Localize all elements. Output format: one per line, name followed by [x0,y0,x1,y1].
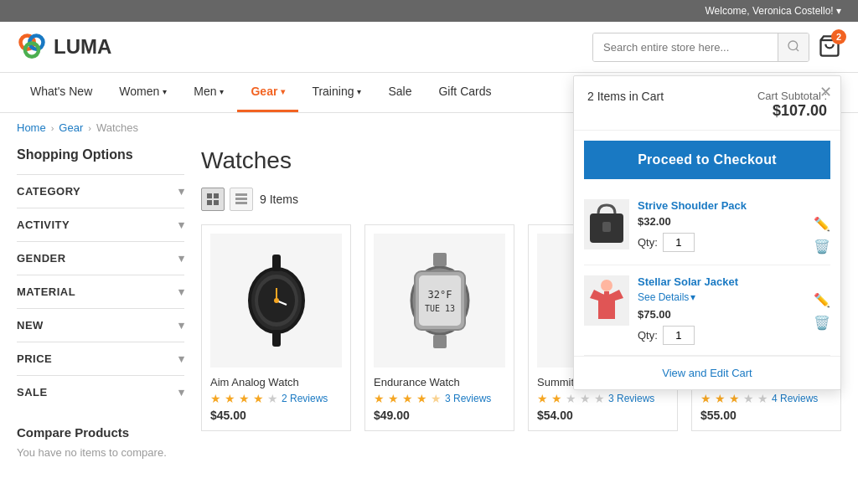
chevron-down-icon: ▾ [178,319,185,332]
svg-rect-9 [214,200,219,205]
reviews-link[interactable]: 2 Reviews [282,393,328,404]
nav-item-whats-new[interactable]: What's New [17,73,106,112]
list-view-button[interactable] [230,188,253,211]
cart-item-actions: ✏️ 🗑️ [814,292,830,331]
delete-cart-item-button[interactable]: 🗑️ [814,315,830,331]
cart-item-name[interactable]: Strive Shoulder Pack [638,199,805,212]
nav-item-gear[interactable]: Gear ▾ [237,73,298,112]
search-button[interactable] [778,33,809,61]
cart-item-qty: Qty: [638,233,805,252]
welcome-message[interactable]: Welcome, Veronica Costello! [705,5,833,17]
nav-item-men[interactable]: Men ▾ [180,73,237,112]
search-input[interactable] [593,33,778,61]
search-box [592,33,809,62]
top-bar: Welcome, Veronica Costello! ▾ [0,0,858,22]
cart-icon-wrap[interactable]: 2 [818,34,841,60]
product-card[interactable]: 32°F TUE 13 Endurance Watch ★ ★ ★ ★ ★ 3 … [364,224,514,431]
nav-item-gift-cards[interactable]: Gift Cards [425,73,504,112]
cart-dropdown: ✕ 2 Items in Cart Cart Subtotal : $107.0… [573,75,841,390]
nav-item-sale[interactable]: Sale [375,73,425,112]
star-icon: ★ [253,392,264,405]
chevron-down-icon: ▾ [178,352,185,365]
nav-item-women[interactable]: Women ▾ [106,73,180,112]
view-edit-cart-link[interactable]: View and Edit Cart [574,356,840,389]
qty-input[interactable] [663,233,695,252]
filter-label-material: MATERIAL [17,285,75,298]
reviews-link[interactable]: 3 Reviews [445,393,491,404]
cart-subtotal-amount: $107.00 [757,102,827,120]
filter-header-sale[interactable]: SALE ▾ [17,376,184,409]
breadcrumb-gear[interactable]: Gear [59,121,83,134]
topbar-chevron: ▾ [836,5,841,17]
filter-label-category: CATEGORY [17,185,80,198]
cart-item-name[interactable]: Stellar Solar Jacket [638,275,805,288]
star-icon: ★ [388,392,399,405]
filter-header-gender[interactable]: GENDER ▾ [17,242,184,275]
filter-gender: GENDER ▾ [17,241,184,275]
qty-label: Qty: [638,329,658,342]
svg-rect-11 [235,198,247,200]
svg-rect-27 [433,335,447,348]
product-image: 32°F TUE 13 [374,234,505,368]
star-icon: ★ [594,392,605,405]
reviews-link[interactable]: 3 Reviews [608,393,654,404]
edit-cart-item-button[interactable]: ✏️ [814,292,830,308]
product-stars: ★ ★ ★ ★ ★ 3 Reviews [537,392,669,405]
star-icon: ★ [239,392,250,405]
star-icon: ★ [225,392,235,405]
cart-close-button[interactable]: ✕ [819,83,832,101]
see-details-text: See Details [638,291,689,303]
cart-items-list: Strive Shoulder Pack $32.00 Qty: ✏️ 🗑️ [574,189,840,356]
chevron-down-icon: ▾ [178,285,185,298]
breadcrumb-home[interactable]: Home [17,121,46,134]
svg-rect-6 [207,193,212,198]
svg-rect-26 [433,253,447,266]
cart-item-details: Strive Shoulder Pack $32.00 Qty: [638,199,805,252]
edit-cart-item-button[interactable]: ✏️ [814,216,830,232]
svg-rect-44 [602,222,611,232]
product-price: $49.00 [374,409,505,422]
view-options: 9 Items [201,188,298,211]
star-icon: ★ [416,392,427,405]
star-icon: ★ [374,392,385,405]
svg-point-45 [601,280,612,291]
reviews-link[interactable]: 4 Reviews [772,393,818,404]
star-icon: ★ [551,392,562,405]
cart-item-qty: Qty: [638,326,805,345]
filter-category: CATEGORY ▾ [17,174,184,208]
delete-cart-item-button[interactable]: 🗑️ [814,239,830,255]
checkout-button[interactable]: Proceed to Checkout [584,141,830,179]
filter-label-new: NEW [17,319,44,332]
svg-line-4 [796,49,799,51]
filter-header-category[interactable]: CATEGORY ▾ [17,175,184,208]
svg-rect-8 [207,200,212,205]
items-count: 9 Items [260,193,298,206]
chevron-icon: ▾ [357,87,361,96]
grid-view-button[interactable] [201,188,225,211]
star-icon: ★ [580,392,591,405]
star-icon: ★ [537,392,548,405]
product-price: $45.00 [210,409,342,422]
svg-rect-23 [419,275,461,326]
view-icons [201,188,253,211]
filter-header-activity[interactable]: ACTIVITY ▾ [17,208,184,241]
cart-badge: 2 [831,29,846,44]
cart-item-bag-icon [586,201,628,248]
svg-rect-12 [235,202,247,204]
star-icon: ★ [743,392,754,405]
see-details-link[interactable]: See Details ▾ [638,291,805,303]
filter-header-new[interactable]: NEW ▾ [17,309,184,342]
nav-item-training[interactable]: Training ▾ [298,73,375,112]
cart-item-jacket-icon [586,277,628,324]
svg-point-20 [274,298,279,303]
cart-item-details: Stellar Solar Jacket See Details ▾ $75.0… [638,275,805,345]
search-area: 2 [592,33,841,62]
logo-icon [17,32,47,62]
filter-header-price[interactable]: PRICE ▾ [17,342,184,375]
product-card[interactable]: Aim Analog Watch ★ ★ ★ ★ ★ 2 Reviews $45… [201,224,351,431]
cart-subtotal: Cart Subtotal : $107.00 [757,90,827,120]
filter-header-material[interactable]: MATERIAL ▾ [17,275,184,308]
compare-title: Compare Products [17,425,184,440]
logo[interactable]: LUMA [17,32,111,62]
qty-input[interactable] [663,326,695,345]
